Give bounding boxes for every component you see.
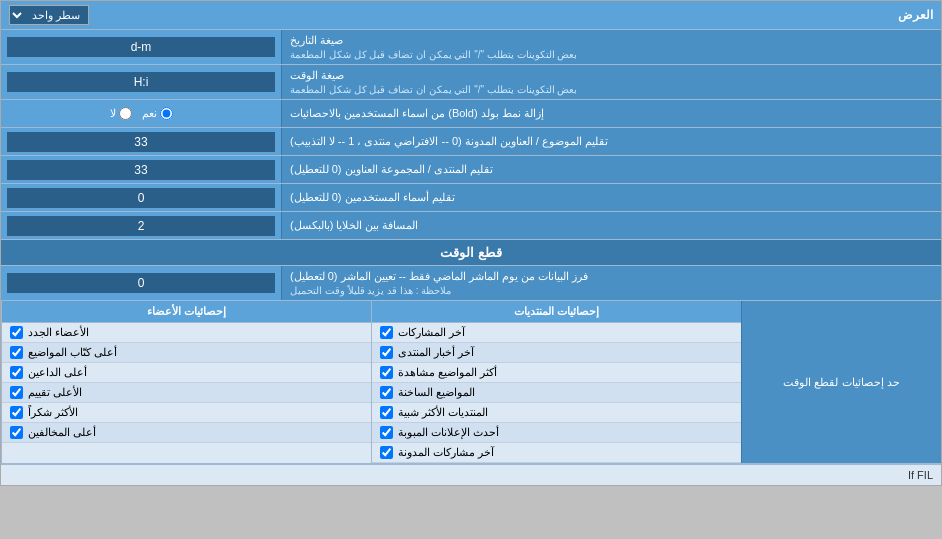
cell-spacing-label: المسافة بين الخلايا (بالبكسل) (281, 212, 941, 239)
time-format-label: صيغة الوقت بعض التكوينات يتطلب "/" التي … (281, 65, 941, 99)
time-format-input-cell (1, 65, 281, 99)
checkboxes-section: حد إحصائيات لقطع الوقت إحصائيات المنتديا… (1, 301, 941, 464)
usernames-trim-row: تقليم أسماء المستخدمين (0 للتعطيل) (1, 184, 941, 212)
cutoff-input-cell (1, 266, 281, 300)
checkbox-item-member-3: الأعلى تقييم (2, 383, 371, 403)
checkbox-item-forum-5: أحدث الإعلانات المبوبة (372, 423, 741, 443)
checkbox-item-forum-2: أكثر المواضيع مشاهدة (372, 363, 741, 383)
cb-member-1[interactable] (10, 346, 23, 359)
forum-titles-label: تقليم المنتدى / المجموعة العناوين (0 للت… (281, 156, 941, 183)
cb-forum-0[interactable] (380, 326, 393, 339)
cutoff-row: فرز البيانات من يوم الماشر الماضي فقط --… (1, 266, 941, 301)
checkbox-item-member-1: أعلى كتّاب المواضيع (2, 343, 371, 363)
cell-spacing-row: المسافة بين الخلايا (بالبكسل) (1, 212, 941, 240)
cb-forum-2[interactable] (380, 366, 393, 379)
cb-member-0[interactable] (10, 326, 23, 339)
time-format-row: صيغة الوقت بعض التكوينات يتطلب "/" التي … (1, 65, 941, 100)
radio-yes[interactable] (160, 107, 173, 120)
date-format-label: صيغة التاريخ بعض التكوينات يتطلب "/" الت… (281, 30, 941, 64)
checkbox-item-member-2: أعلى الداعين (2, 363, 371, 383)
display-mode-select[interactable]: سطر واحدسطرينثلاثة أسطر (9, 5, 89, 25)
cutoff-section-header: قطع الوقت (1, 240, 941, 266)
checkbox-item-member-4: الأكثر شكراً (2, 403, 371, 423)
bold-remove-label: إزالة نمط بولد (Bold) من اسماء المستخدمي… (281, 100, 941, 127)
radio-no[interactable] (119, 107, 132, 120)
forum-stats-header: إحصائيات المنتديات (372, 301, 741, 323)
bold-remove-row: إزالة نمط بولد (Bold) من اسماء المستخدمي… (1, 100, 941, 128)
forum-titles-input[interactable] (7, 160, 275, 180)
cb-forum-3[interactable] (380, 386, 393, 399)
bold-remove-radio-cell: نعم لا (1, 100, 281, 127)
checkbox-item-forum-1: آخر أخبار المنتدى (372, 343, 741, 363)
cb-forum-4[interactable] (380, 406, 393, 419)
cell-spacing-input[interactable] (7, 216, 275, 236)
forum-titles-row: تقليم المنتدى / المجموعة العناوين (0 للت… (1, 156, 941, 184)
checkbox-item-member-0: الأعضاء الجدد (2, 323, 371, 343)
radio-no-label[interactable]: لا (110, 107, 132, 120)
checkbox-item-forum-3: المواضيع الساخنة (372, 383, 741, 403)
usernames-trim-label: تقليم أسماء المستخدمين (0 للتعطيل) (281, 184, 941, 211)
page-title: العرض (898, 8, 933, 22)
date-format-input-cell (1, 30, 281, 64)
topic-titles-input-cell (1, 128, 281, 155)
topic-titles-input[interactable] (7, 132, 275, 152)
cb-forum-6[interactable] (380, 446, 393, 459)
checkbox-item-forum-0: آخر المشاركات (372, 323, 741, 343)
forum-titles-input-cell (1, 156, 281, 183)
header-row: العرض سطر واحدسطرينثلاثة أسطر (1, 1, 941, 30)
main-container: العرض سطر واحدسطرينثلاثة أسطر صيغة التار… (0, 0, 942, 486)
cb-member-2[interactable] (10, 366, 23, 379)
checkbox-item-member-5: أعلى المخالفين (2, 423, 371, 443)
topic-titles-label: تقليم الموضوع / العناوين المدونة (0 -- ا… (281, 128, 941, 155)
time-format-input[interactable] (7, 72, 275, 92)
cutoff-input[interactable] (7, 273, 275, 293)
cb-member-3[interactable] (10, 386, 23, 399)
member-stats-col: إحصائيات الأعضاء الأعضاء الجدد أعلى كتّا… (1, 301, 371, 463)
cutoff-label: فرز البيانات من يوم الماشر الماضي فقط --… (281, 266, 941, 300)
date-format-row: صيغة التاريخ بعض التكوينات يتطلب "/" الت… (1, 30, 941, 65)
usernames-trim-input-cell (1, 184, 281, 211)
radio-yes-label[interactable]: نعم (142, 107, 173, 120)
member-stats-header: إحصائيات الأعضاء (2, 301, 371, 323)
cb-forum-5[interactable] (380, 426, 393, 439)
forum-stats-col: إحصائيات المنتديات آخر المشاركات آخر أخب… (371, 301, 741, 463)
cb-member-4[interactable] (10, 406, 23, 419)
date-format-input[interactable] (7, 37, 275, 57)
cb-forum-1[interactable] (380, 346, 393, 359)
topic-titles-row: تقليم الموضوع / العناوين المدونة (0 -- ا… (1, 128, 941, 156)
limit-label: حد إحصائيات لقطع الوقت (741, 301, 941, 463)
checkbox-item-forum-4: المنتديات الأكثر شبية (372, 403, 741, 423)
usernames-trim-input[interactable] (7, 188, 275, 208)
bottom-text-row: If FIL (1, 464, 941, 485)
cb-member-5[interactable] (10, 426, 23, 439)
checkbox-item-forum-6: آخر مشاركات المدونة (372, 443, 741, 463)
cell-spacing-input-cell (1, 212, 281, 239)
